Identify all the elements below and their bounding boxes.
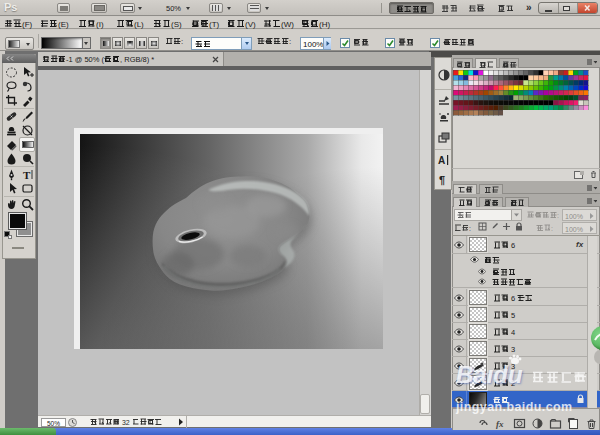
svg-text:fx: fx bbox=[496, 419, 504, 429]
svg-text:A: A bbox=[438, 155, 445, 166]
svg-text:T: T bbox=[23, 169, 31, 181]
svg-text:¶: ¶ bbox=[439, 174, 445, 186]
